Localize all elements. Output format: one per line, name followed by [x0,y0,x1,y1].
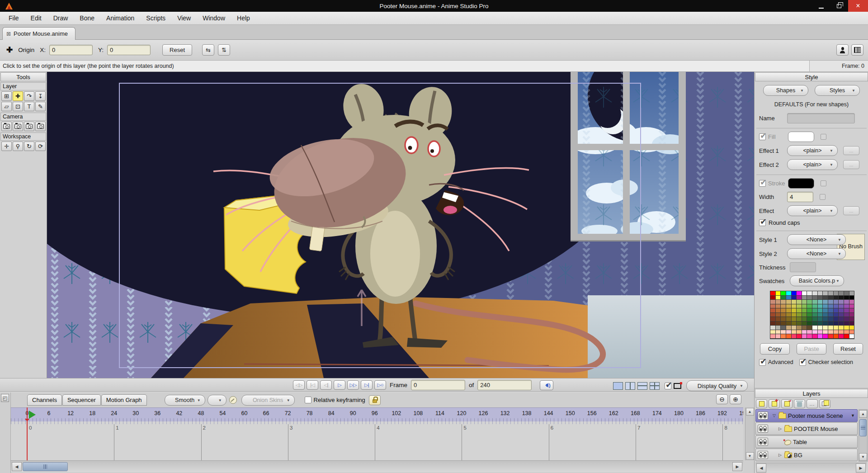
palette-swatch[interactable] [802,322,807,326]
palette-swatch[interactable] [839,296,844,300]
menu-item[interactable]: Bone [74,13,100,24]
rotate-workspace-tool[interactable]: ↻ [24,142,34,151]
palette-swatch[interactable] [792,322,797,326]
quad-view-button[interactable] [650,382,660,390]
reset-style-button[interactable]: Reset [833,343,863,355]
current-frame-input[interactable] [411,380,465,390]
origin-y-input[interactable] [107,45,151,55]
palette-swatch[interactable] [823,322,828,326]
palette-swatch[interactable] [786,326,792,330]
palette-swatch[interactable] [802,291,807,296]
stroke-extra-checkbox[interactable] [821,180,826,186]
scroll-right-arrow[interactable]: ▶ [732,462,742,471]
palette-swatch[interactable] [834,326,839,330]
step-back-button[interactable]: ◁| [320,380,332,390]
palette-swatch[interactable] [792,313,797,317]
layer-row[interactable]: ▽ Pooter mouse Scene ▼ [755,409,858,422]
play-start-marker[interactable] [29,411,36,419]
loop-button[interactable]: ▷○ [374,380,386,390]
flip-vertical-button[interactable]: ⇅ [218,44,230,56]
styles-dropdown[interactable]: Styles▼ [815,85,860,96]
palette-swatch[interactable] [812,300,818,304]
palette-swatch[interactable] [797,300,802,304]
palette-swatch[interactable] [781,322,786,326]
scroll-up-arrow[interactable]: ▲ [859,410,867,418]
palette-swatch[interactable] [812,330,818,335]
mute-audio-button[interactable]: ) [540,380,553,390]
palette-swatch[interactable] [812,326,818,330]
palette-swatch[interactable] [781,304,786,309]
palette-swatch[interactable] [807,308,812,313]
track-camera-tool[interactable] [1,122,12,131]
palette-swatch[interactable] [770,330,776,335]
menu-item[interactable]: Animation [100,13,140,24]
palette-swatch[interactable] [849,296,855,300]
palette-swatch[interactable] [839,334,844,339]
palette-swatch[interactable] [839,330,844,335]
palette-swatch[interactable] [834,308,839,313]
palette-swatch[interactable] [807,300,812,304]
palette-swatch[interactable] [797,296,802,300]
expand-arrow-icon[interactable]: ▽ [771,413,778,418]
effect1-dropdown[interactable]: <plain>▼ [787,145,838,156]
palette-swatch[interactable] [828,330,834,335]
palette-swatch[interactable] [797,330,802,335]
palette-swatch[interactable] [849,334,855,339]
palette-swatch[interactable] [786,291,792,296]
palette-swatch[interactable] [792,330,797,335]
style2-dropdown[interactable]: <None>▼ [787,248,846,259]
palette-swatch[interactable] [812,291,818,296]
delete-layer-button[interactable] [794,399,805,408]
timeline-zoom-out-button[interactable]: ⊖ [716,394,728,404]
palette-swatch[interactable] [839,291,844,296]
palette-swatch[interactable] [807,304,812,309]
expand-arrow-icon[interactable]: ▷ [777,453,783,457]
palette-swatch[interactable] [776,308,781,313]
paste-style-button[interactable]: Paste [797,343,826,355]
palette-swatch[interactable] [807,326,812,330]
palette-swatch[interactable] [781,308,786,313]
palette-swatch[interactable] [812,334,818,339]
palette-swatch[interactable] [802,313,807,317]
palette-swatch[interactable] [792,317,797,322]
layer-options-button[interactable]: ... [807,399,818,408]
palette-swatch[interactable] [807,322,812,326]
palette-swatch[interactable] [781,300,786,304]
menu-item[interactable]: Window [197,13,231,24]
palette-swatch[interactable] [770,334,776,339]
palette-swatch[interactable] [786,296,792,300]
style1-dropdown[interactable]: <None>▼ [787,234,846,245]
palette-swatch[interactable] [818,296,823,300]
palette-swatch[interactable] [786,334,792,339]
effect2-more-button[interactable]: ... [843,160,859,169]
document-tab[interactable]: ⊠ Pooter Mouse.anime [2,27,75,40]
palette-swatch[interactable] [828,308,834,313]
expand-timeline-button[interactable]: ◰ [1,394,9,402]
palette-swatch[interactable] [797,304,802,309]
tab-close-icon[interactable]: ⊠ [6,31,11,37]
palette-swatch[interactable] [786,317,792,322]
palette-swatch[interactable] [807,317,812,322]
roll-camera-tool[interactable] [24,122,34,131]
show-output-checkbox[interactable] [665,383,671,389]
palette-swatch[interactable] [823,291,828,296]
split-horizontal-view-button[interactable] [637,382,647,390]
palette-swatch[interactable] [776,330,781,335]
palette-swatch[interactable] [792,291,797,296]
palette-swatch[interactable] [781,317,786,322]
palette-swatch[interactable] [770,317,776,322]
palette-swatch[interactable] [844,334,849,339]
palette-swatch[interactable] [839,317,844,322]
eyedropper-tool[interactable]: ✎ [35,102,46,111]
palette-swatch[interactable] [807,334,812,339]
scroll-left-arrow[interactable]: ◀ [756,464,766,473]
palette-swatch[interactable] [828,313,834,317]
palette-swatch[interactable] [807,330,812,335]
palette-swatch[interactable] [802,304,807,309]
palette-swatch[interactable] [849,322,855,326]
scrollbar-thumb[interactable] [23,462,68,471]
palette-swatch[interactable] [834,322,839,326]
visibility-eyes-icon[interactable] [758,412,768,420]
palette-swatch[interactable] [786,313,792,317]
shape-name-input[interactable] [787,113,855,123]
